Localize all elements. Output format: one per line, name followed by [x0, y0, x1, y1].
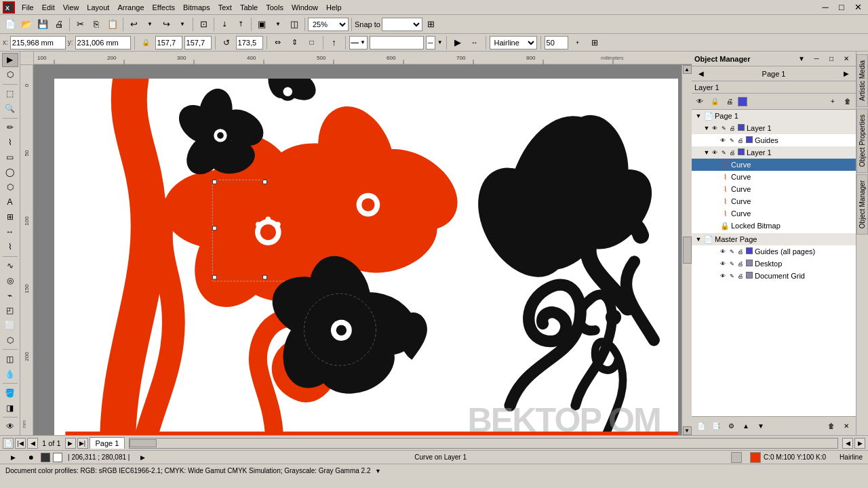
- dg-edit[interactable]: ✎: [728, 272, 736, 280]
- om-layer-props-btn[interactable]: ⚙: [724, 420, 738, 432]
- ga-edit[interactable]: ✎: [728, 247, 736, 256]
- om-prev-btn[interactable]: ◀: [694, 68, 708, 80]
- dt-print[interactable]: 🖨: [736, 260, 745, 268]
- fill-tool[interactable]: 🪣: [2, 386, 18, 400]
- maximize-btn[interactable]: □: [834, 0, 849, 15]
- om-next-btn[interactable]: ▶: [840, 68, 853, 80]
- close-btn[interactable]: ✕: [850, 0, 865, 15]
- line-width-field[interactable]: [545, 36, 568, 49]
- dim-tool[interactable]: ↔: [2, 225, 18, 239]
- fill-drop-btn[interactable]: ▼: [271, 17, 285, 32]
- om-print-btn[interactable]: 🖨: [723, 96, 736, 108]
- page-tab-1[interactable]: Page 1: [90, 437, 125, 449]
- prop-btn2[interactable]: ↑: [327, 35, 342, 50]
- prop-arrow-btn[interactable]: ▶: [450, 35, 465, 50]
- table-tool[interactable]: ⊞: [2, 210, 18, 224]
- tree-row-layer1-header[interactable]: ▼ 👁 ✎ 🖨 Layer 1: [692, 122, 856, 134]
- layer1-header-expand[interactable]: ▼: [703, 125, 711, 131]
- menu-view[interactable]: View: [59, 2, 83, 13]
- blend-tool[interactable]: ∿: [2, 258, 18, 272]
- fill-btn[interactable]: ▣: [254, 17, 269, 32]
- smart-tool[interactable]: ⌇: [2, 136, 18, 150]
- macro-btn[interactable]: ⏺: [23, 450, 38, 465]
- tree-row-guides[interactable]: 👁 ✎ 🖨 Guides: [692, 134, 856, 146]
- zoom-select[interactable]: 25%: [308, 18, 349, 31]
- nav-first-btn[interactable]: |◀: [15, 438, 26, 449]
- tree-row-curve1[interactable]: ⌇ Curve: [692, 159, 856, 171]
- ga-eye[interactable]: 👁: [719, 247, 727, 256]
- x-field[interactable]: [10, 36, 66, 49]
- smart-fill-tool[interactable]: ◨: [2, 401, 18, 415]
- w1-field[interactable]: [155, 36, 182, 49]
- tree-row-curve2[interactable]: ⌇ Curve: [692, 171, 856, 183]
- copy-btn[interactable]: ⎘: [89, 17, 104, 32]
- flip-h-btn[interactable]: ⇔: [271, 35, 285, 50]
- zoom-tool[interactable]: 🔍: [2, 102, 18, 116]
- side-tab-obj-properties[interactable]: Object Properties: [856, 108, 868, 173]
- tree-row-locked-bitmap[interactable]: 🔒 Locked Bitmap: [692, 220, 856, 232]
- tree-row-curve5[interactable]: ⌇ Curve: [692, 207, 856, 220]
- nav-last-btn[interactable]: ▶|: [77, 438, 88, 449]
- vis-print[interactable]: 🖨: [728, 124, 736, 132]
- om-delete-layer-btn[interactable]: 🗑: [841, 96, 854, 108]
- tree-row-curve4[interactable]: ⌇ Curve: [692, 195, 856, 207]
- om-new-master-btn[interactable]: 📄: [694, 420, 708, 432]
- extrude-tool[interactable]: ⬡: [2, 333, 18, 347]
- om-move-down-btn[interactable]: ▼: [754, 420, 768, 432]
- redo-drop-btn[interactable]: ▼: [175, 17, 190, 32]
- tree-row-guides-all[interactable]: 👁 ✎ 🖨 Guides (all pages): [692, 245, 856, 258]
- side-tab-artistic-media[interactable]: Artistic Media: [856, 54, 868, 107]
- dropper-tool[interactable]: 💧: [2, 367, 18, 381]
- snap-settings-btn[interactable]: ⊞: [424, 17, 439, 32]
- layer1i-print[interactable]: 🖨: [728, 148, 736, 157]
- canvas-page[interactable]: BEKTOP OM: [54, 79, 678, 435]
- tree-row-page1[interactable]: ▼ 📄 Page 1: [692, 110, 856, 122]
- layer1i-eye[interactable]: 👁: [711, 148, 719, 157]
- om-minimize-btn[interactable]: ─: [810, 53, 823, 65]
- tree-row-doc-grid[interactable]: 👁 ✎ 🖨 Document Grid: [692, 270, 856, 282]
- transparency-tool[interactable]: ◫: [2, 352, 18, 366]
- layer1i-edit[interactable]: ✎: [719, 148, 728, 157]
- prop-caliper-btn[interactable]: ↔: [467, 35, 482, 50]
- undo-drop-btn[interactable]: ▼: [142, 17, 157, 32]
- angle-field[interactable]: [236, 36, 263, 49]
- env-tool[interactable]: ⬜: [2, 318, 18, 332]
- menu-arrange[interactable]: Arrange: [113, 2, 148, 13]
- om-eye-btn[interactable]: 👁: [693, 96, 707, 108]
- guides-eye[interactable]: 👁: [719, 136, 727, 144]
- ga-print[interactable]: 🖨: [736, 247, 745, 256]
- om-menu-btn[interactable]: ▼: [795, 53, 808, 65]
- tree-row-layer1-inner[interactable]: ▼ 👁 ✎ 🖨 Layer 1: [692, 146, 856, 159]
- menu-tools[interactable]: Tools: [262, 2, 288, 13]
- tree-row-desktop[interactable]: 👁 ✎ 🖨 Desktop: [692, 258, 856, 270]
- menu-effects[interactable]: Effects: [149, 2, 179, 13]
- export-btn[interactable]: ⤒: [233, 17, 248, 32]
- view-mode-btn[interactable]: 👁: [2, 420, 18, 434]
- distort-tool[interactable]: ⌁: [2, 288, 18, 302]
- h-scrollbar[interactable]: [129, 438, 838, 449]
- select-all-btn[interactable]: ⊡: [196, 17, 211, 32]
- flip-v-btn[interactable]: ⇕: [288, 35, 302, 50]
- v-scrollbar[interactable]: ▲ ▼: [682, 65, 692, 435]
- om-new-layer-btn[interactable]: +: [826, 96, 840, 108]
- nav-prev-btn[interactable]: ◀: [27, 438, 38, 449]
- print-btn[interactable]: 🖨: [52, 17, 66, 32]
- contour-tool[interactable]: ◎: [2, 273, 18, 287]
- crop-tool[interactable]: ⬚: [2, 87, 18, 101]
- play-btn[interactable]: ▶: [5, 450, 20, 465]
- om-maximize-btn[interactable]: □: [825, 53, 838, 65]
- rect-tool[interactable]: ▭: [2, 150, 18, 165]
- connector-tool[interactable]: ⌇: [2, 240, 18, 254]
- prop-btn1[interactable]: □: [304, 35, 319, 50]
- undo-btn[interactable]: ↩: [126, 17, 141, 32]
- lock-ratio-btn[interactable]: 🔒: [138, 35, 153, 50]
- redo-btn[interactable]: ↪: [159, 17, 174, 32]
- menu-file[interactable]: File: [18, 2, 38, 13]
- dt-edit[interactable]: ✎: [728, 260, 736, 268]
- menu-bitmaps[interactable]: Bitmaps: [179, 2, 214, 13]
- menu-layout[interactable]: Layout: [83, 2, 113, 13]
- minimize-btn[interactable]: ─: [818, 0, 833, 15]
- om-move-up-btn[interactable]: ▲: [739, 420, 753, 432]
- canvas-content[interactable]: BEKTOP OM: [34, 65, 692, 435]
- y-field[interactable]: [75, 36, 131, 49]
